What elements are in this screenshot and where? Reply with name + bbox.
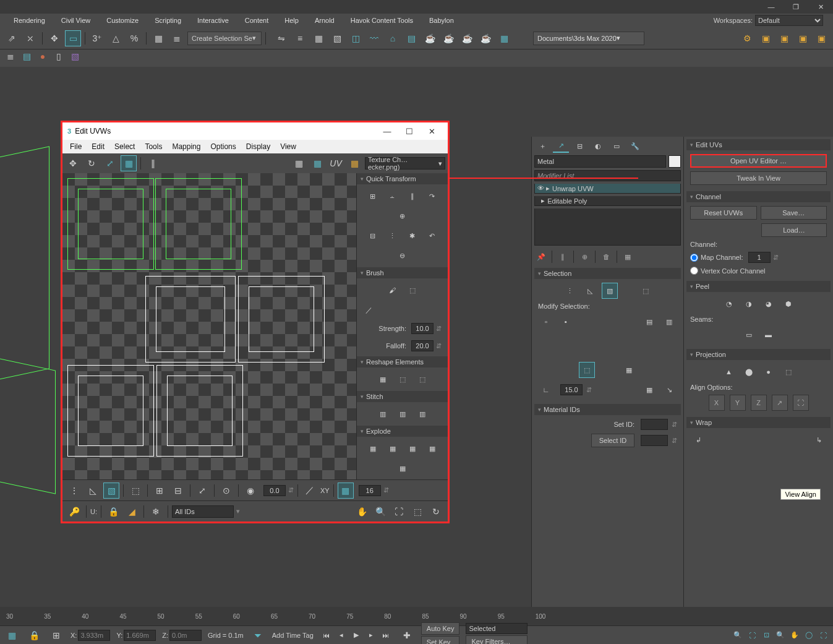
align-fit-icon[interactable]: ⛶ [793, 395, 809, 411]
uv-shrink-icon[interactable]: ⊟ [170, 483, 186, 499]
menu-content[interactable]: Content [237, 15, 276, 26]
dlgmenu-edit[interactable]: Edit [87, 141, 109, 152]
select-id-value[interactable] [641, 435, 668, 446]
uv-lock-sel-icon[interactable]: 🔑 [66, 504, 82, 520]
motion-tab[interactable]: ◐ [590, 139, 606, 153]
rollout-channel-head[interactable]: Channel [686, 191, 831, 202]
nav-zoom-icon[interactable]: 🔍 [732, 629, 744, 642]
align-y-button[interactable]: Y [730, 395, 746, 411]
reset-uvws-button[interactable]: Reset UVWs [690, 206, 757, 220]
ring-icon[interactable]: ▤ [641, 314, 657, 330]
menu-interactive[interactable]: Interactive [190, 15, 236, 26]
rollout-wrap-head[interactable]: Wrap [686, 417, 831, 428]
reshape-rollout-head[interactable]: Reshape Elements [357, 356, 448, 367]
layer-new-icon[interactable]: ▤ [20, 49, 33, 63]
dlgmenu-file[interactable]: File [65, 141, 87, 152]
uv-vertex-icon[interactable]: ⋮ [66, 483, 82, 499]
time-tag-icon[interactable]: ⏷ [250, 627, 266, 643]
reshape-2-icon[interactable]: ⬚ [395, 371, 411, 387]
select-rect-icon[interactable]: ▭ [65, 30, 81, 46]
stack-editable-poly[interactable]: ▸ Editable Poly [534, 196, 681, 206]
create-tab[interactable]: ＋ [534, 139, 550, 153]
brush-rollout-head[interactable]: Brush [357, 267, 448, 278]
lock-icon[interactable]: 🔒 [26, 627, 42, 643]
qt-10-icon[interactable]: ⊖ [395, 247, 411, 264]
snap-3d-icon[interactable]: 3⁺ [89, 30, 105, 46]
set-id-value[interactable] [641, 419, 668, 430]
menu-babylon[interactable]: Babylon [422, 15, 461, 26]
render-scene-icon[interactable]: ▦ [496, 30, 512, 46]
peel-4-icon[interactable]: ⬢ [780, 296, 797, 312]
dlgmenu-select[interactable]: Select [109, 141, 140, 152]
hierarchy-tab[interactable]: ⊟ [571, 139, 587, 153]
maximize-button[interactable]: ❐ [784, 0, 808, 14]
viewport-layout1-icon[interactable]: ▣ [758, 30, 774, 46]
dlg-close-button[interactable]: ✕ [421, 123, 443, 139]
goto-start-icon[interactable]: ⏮ [320, 629, 333, 642]
workspaces-select[interactable]: Default [755, 15, 823, 26]
layer-toggle-icon[interactable]: ▯ [52, 49, 66, 63]
project-path[interactable]: Documents\3ds Max 2020 ▾ [533, 32, 644, 45]
set-key-button[interactable]: Set Key [421, 636, 460, 645]
display-tab[interactable]: ▭ [609, 139, 625, 153]
key-filters-button[interactable]: Key Filters… [466, 635, 528, 645]
uv-grid-value[interactable]: 16 [359, 485, 381, 496]
angle-snap-icon[interactable]: △ [108, 30, 124, 46]
menu-arnold[interactable]: Arnold [307, 15, 342, 26]
remove-modifier-icon[interactable]: 🗑 [600, 251, 612, 262]
timeline[interactable]: 30 35 40 45 50 55 60 65 70 75 80 85 90 9… [0, 607, 833, 625]
add-time-tag[interactable]: Add Time Tag [272, 632, 314, 639]
open-uv-editor-button[interactable]: Open UV Editor … [690, 154, 827, 168]
dlgmenu-tools[interactable]: Tools [140, 141, 167, 152]
teapot-render-icon[interactable]: ☕ [422, 30, 438, 46]
viewport-layout2-icon[interactable]: ▣ [776, 30, 792, 46]
select-by-element-icon[interactable]: ⬚ [579, 362, 595, 378]
shrink-icon[interactable]: ▪ [558, 314, 574, 330]
nav-pan-icon[interactable]: ✋ [788, 629, 801, 642]
explode-rollout-head[interactable]: Explode [357, 426, 448, 437]
falloff-value[interactable]: 20.0 [411, 340, 434, 351]
explode-2-icon[interactable]: ▦ [385, 440, 401, 457]
teapot-last-icon[interactable]: ☕ [459, 30, 475, 46]
teapot-preview-icon[interactable]: ☕ [440, 30, 456, 46]
layer-color-icon[interactable]: ● [36, 49, 49, 63]
z-coord-field[interactable] [169, 630, 202, 641]
rollout-peel-head[interactable]: Peel [686, 281, 831, 292]
configure-stack-icon[interactable]: ▦ [622, 251, 633, 262]
wrap-1-icon[interactable]: ↲ [690, 432, 706, 448]
seam-1-icon[interactable]: ▭ [741, 327, 757, 343]
stitch-rollout-head[interactable]: Stitch [357, 391, 448, 402]
save-uvws-button[interactable]: Save… [761, 206, 827, 220]
seam-2-icon[interactable]: ▬ [761, 327, 777, 343]
select-id-button[interactable]: Select ID [591, 434, 634, 447]
y-coord-field[interactable] [124, 630, 156, 641]
nav-field-icon[interactable]: ⊡ [760, 629, 772, 642]
stitch-2-icon[interactable]: ▥ [395, 406, 411, 422]
peel-3-icon[interactable]: ◕ [761, 296, 777, 312]
menu-scripting[interactable]: Scripting [147, 15, 189, 26]
uv-rotate-icon2[interactable]: ◉ [242, 483, 258, 499]
next-frame-icon[interactable]: ▸ [364, 629, 378, 642]
uv-grid-1-icon[interactable]: ▦ [291, 155, 307, 171]
brush-relax-icon[interactable]: ⬚ [404, 282, 421, 298]
rollout-edit-uvs-head[interactable]: Edit UVs [686, 139, 831, 150]
schematic-view-icon[interactable]: ⌂ [385, 30, 401, 46]
viewport-layout4-icon[interactable]: ▣ [813, 30, 829, 46]
uv-zoomext-icon[interactable]: ⛶ [391, 504, 407, 520]
map-channel-value[interactable]: 1 [748, 252, 771, 263]
x-coord-field[interactable] [78, 630, 110, 641]
view-icon[interactable]: ⊞ [48, 627, 64, 643]
reshape-1-icon[interactable]: ▦ [375, 371, 391, 387]
prev-frame-icon[interactable]: ◂ [335, 629, 348, 642]
uv-canvas[interactable] [62, 173, 356, 479]
brush-paint-icon[interactable]: 🖌 [385, 282, 401, 298]
align-view-icon[interactable]: ↗ [772, 395, 788, 411]
qt-5-icon[interactable]: ⊕ [395, 208, 411, 224]
minimize-button[interactable]: — [759, 0, 784, 14]
make-unique-icon[interactable]: ⊕ [579, 251, 590, 262]
nav-orbit-icon[interactable]: ◯ [803, 629, 815, 642]
wrap-2-icon[interactable]: ↳ [811, 432, 827, 448]
peel-2-icon[interactable]: ◑ [741, 296, 757, 312]
uv-mirror-icon2[interactable]: ／ [302, 483, 318, 499]
uv-freeform-icon[interactable]: ▦ [121, 155, 137, 171]
